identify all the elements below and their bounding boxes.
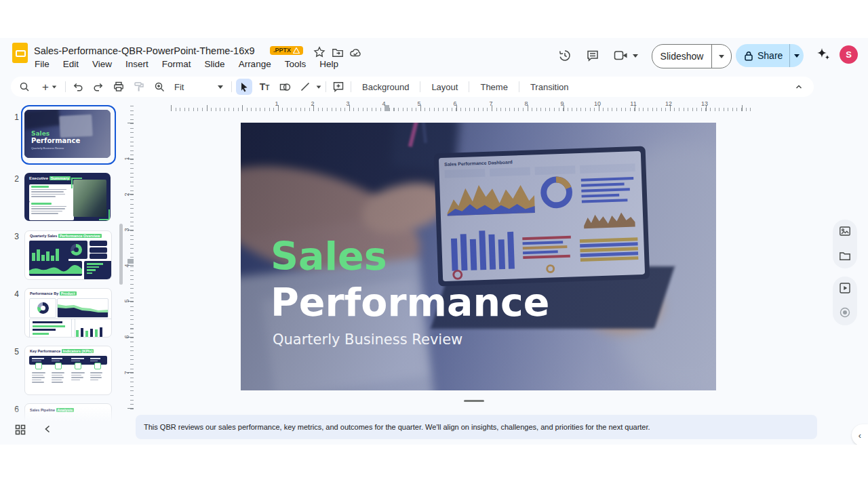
slide-title-accent[interactable]: Sales <box>271 237 387 276</box>
thumb2-accent-corner <box>71 178 82 188</box>
zoom-icon[interactable] <box>151 79 167 95</box>
thumb3-title: Quarterly Sales Performance Overview <box>30 234 102 238</box>
layout-button[interactable]: Layout <box>425 79 465 95</box>
screenshot: Sales-Performance-QBR-PowerPoint-Theme-1… <box>0 0 868 488</box>
slide-number-5: 5 <box>5 347 19 357</box>
filmstrip-collapse-icon[interactable] <box>43 424 52 434</box>
ruler-number: 7 <box>488 100 494 107</box>
toolbar-collapse-icon[interactable] <box>791 79 807 95</box>
select-tool[interactable] <box>236 79 252 95</box>
theme-label: Theme <box>480 82 507 92</box>
transition-button[interactable]: Transition <box>524 79 576 95</box>
menu-edit[interactable]: Edit <box>63 59 79 69</box>
slides-app-icon[interactable] <box>12 43 28 64</box>
line-caret-icon <box>317 85 321 88</box>
thumb2-panel-1 <box>29 184 74 202</box>
thumb3-hbar-chart <box>84 261 112 280</box>
folder-icon[interactable] <box>839 250 851 262</box>
slide-canvas[interactable]: Sales Performance Dashboard Sales Perfor… <box>241 123 716 390</box>
text-box-tool[interactable]: TT <box>256 79 273 95</box>
insert-comment-icon[interactable] <box>330 79 347 95</box>
ruler-number: 1 <box>123 155 130 162</box>
document-title[interactable]: Sales-Performance-QBR-PowerPoint-Theme-1… <box>34 45 255 56</box>
image-gallery-icon[interactable] <box>839 225 851 237</box>
slide-thumbnail-4[interactable]: Performance By Product <box>24 288 112 338</box>
thumb4-column-card <box>71 319 112 338</box>
slide-title-main[interactable]: Performance <box>271 283 550 322</box>
ruler-number: 5 <box>123 298 130 304</box>
slideshow-button[interactable]: Slideshow <box>652 45 711 68</box>
thumb4-area-card <box>57 298 108 318</box>
lock-icon <box>744 51 753 61</box>
fit-caret-icon <box>218 85 223 89</box>
side-panel-collapse-button[interactable]: ‹ <box>852 424 868 445</box>
cloud-status-icon[interactable] <box>349 47 362 59</box>
paint-format-icon[interactable] <box>131 79 147 95</box>
menu-arrange[interactable]: Arrange <box>239 59 271 69</box>
meet-join-button[interactable] <box>614 49 638 62</box>
slide-thumbnail-5[interactable]: Key Performance Indicators (KPIs) <box>24 346 112 395</box>
video-camera-icon <box>614 49 629 62</box>
pptx-badge[interactable]: .PPTX <box>270 46 303 55</box>
line-tool[interactable] <box>297 79 313 95</box>
theme-button[interactable]: Theme <box>473 79 514 95</box>
ruler-number: 7 <box>123 369 130 376</box>
ruler-number: 4 <box>380 100 387 107</box>
layout-label: Layout <box>431 82 458 92</box>
menu-insert[interactable]: Insert <box>125 59 149 69</box>
search-menus-icon[interactable] <box>16 79 33 95</box>
slideshow-split-button: Slideshow <box>652 44 732 68</box>
thumb1-subtitle: Quarterly Business Review <box>31 146 64 150</box>
warning-icon <box>293 47 300 54</box>
ruler-number: 8 <box>523 100 530 107</box>
comments-icon[interactable] <box>586 49 599 62</box>
slideshow-dropdown-button[interactable] <box>712 45 731 68</box>
zoom-fit-select[interactable]: Fit <box>167 79 214 95</box>
slideshow-preview-icon[interactable] <box>839 282 851 294</box>
transition-label: Transition <box>530 82 569 92</box>
version-history-icon[interactable] <box>558 49 572 62</box>
background-button[interactable]: Background <box>355 79 416 95</box>
menu-tools[interactable]: Tools <box>285 59 307 69</box>
move-to-folder-icon[interactable] <box>332 47 344 59</box>
thumb4-donut-card <box>29 298 56 318</box>
thumb2-accent-corner2 <box>99 209 110 220</box>
thumb5-icon-row <box>29 363 107 369</box>
shape-tool[interactable] <box>277 79 293 95</box>
undo-icon[interactable] <box>70 79 86 95</box>
record-icon[interactable] <box>839 306 851 319</box>
redo-icon[interactable] <box>90 79 106 95</box>
ruler-number: 6 <box>123 333 130 340</box>
thumb4-title: Performance By Product <box>30 291 77 296</box>
ruler-number: 9 <box>559 100 566 107</box>
thumb4-hbar-card <box>29 319 75 338</box>
grid-view-icon[interactable] <box>15 424 26 435</box>
new-slide-button[interactable]: + <box>38 79 61 95</box>
meet-dropdown-caret <box>633 54 638 58</box>
menu-file[interactable]: File <box>35 59 50 69</box>
plus-icon: + <box>42 81 49 93</box>
notes-resize-handle[interactable] <box>464 400 484 402</box>
filmstrip-scrollbar[interactable] <box>119 224 123 285</box>
menu-format[interactable]: Format <box>162 59 191 69</box>
account-avatar[interactable]: S <box>840 45 858 64</box>
gemini-sparkle-icon[interactable] <box>815 46 831 62</box>
print-icon[interactable] <box>111 79 127 95</box>
thumb3-stat-boxes <box>90 241 107 259</box>
star-icon[interactable] <box>313 46 326 58</box>
menu-slide[interactable]: Slide <box>205 59 225 69</box>
slide-thumbnail-1[interactable]: Sales Performance Quarterly Business Rev… <box>24 110 111 158</box>
fit-label: Fit <box>174 82 184 92</box>
new-slide-caret-icon <box>52 85 56 88</box>
slide-subtitle[interactable]: Quarterly Business Review <box>273 331 462 348</box>
speaker-notes[interactable]: This QBR reviews our sales performance, … <box>136 415 817 439</box>
share-button[interactable]: Share <box>736 44 789 67</box>
ruler-number: 13 <box>701 100 708 107</box>
thumb1-title-accent: Sales <box>31 130 50 137</box>
share-dropdown-button[interactable] <box>790 44 804 67</box>
ruler-number: 12 <box>665 100 672 107</box>
menu-help[interactable]: Help <box>319 59 338 69</box>
slide-thumbnail-3[interactable]: Quarterly Sales Performance Overview <box>24 230 112 280</box>
slide-thumbnail-2[interactable]: Executive Summary <box>24 173 111 221</box>
menu-view[interactable]: View <box>92 59 112 69</box>
